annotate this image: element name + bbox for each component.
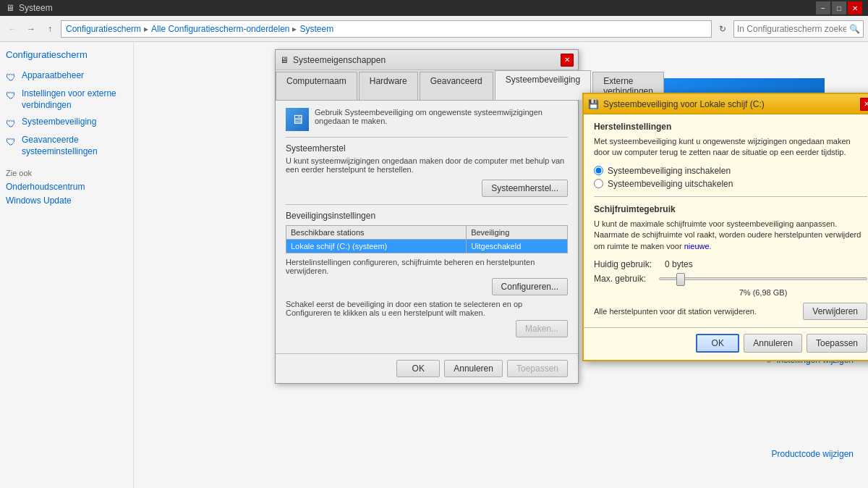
sysprop-close-button[interactable]: ✕: [561, 54, 574, 67]
sysprop-annuleren-button[interactable]: Annuleren: [444, 360, 503, 377]
radio-disable: Systeembeveiliging uitschakelen: [594, 179, 867, 189]
sysprop-content: 🖥 Gebruik Systeembeveiliging om ongewens…: [276, 101, 578, 349]
delete-button[interactable]: Verwijderen: [803, 303, 867, 320]
radio-disable-input[interactable]: [594, 179, 603, 188]
herstel-title: Herstelinstellingen: [594, 122, 867, 132]
sysprop-ok-button[interactable]: OK: [396, 360, 440, 377]
sidebar-label-beveiliging: Systeembeveiliging: [22, 117, 96, 128]
disk-desc: U kunt de maximale schijfruimte voor sys…: [594, 219, 867, 252]
huidig-label: Huidig gebruik:: [594, 259, 659, 269]
tab-beveiliging[interactable]: Systeembeveiliging: [495, 70, 591, 100]
col-station: Beschikbare stations: [286, 226, 467, 240]
sidebar-home-link[interactable]: Configuratiescherm: [6, 49, 127, 60]
sysprotect-content: Herstelinstellingen Met systeembeveiligi…: [584, 114, 868, 327]
breadcrumb-system[interactable]: Systeem: [299, 24, 333, 34]
sidebar-item-geavanceerd[interactable]: 🛡 Geavanceerde systeeminstellingen: [6, 135, 127, 157]
sysherstel-button[interactable]: Systeemherstel...: [482, 180, 568, 197]
sysherstel-desc: U kunt systeemwijzigingen ongedaan maken…: [286, 156, 568, 174]
sysprotect-close-button[interactable]: ✕: [860, 98, 868, 111]
shield-icon-externe: 🛡: [6, 89, 17, 101]
slider-track: [659, 277, 867, 280]
window-title: Systeem: [19, 3, 53, 13]
sysherstel-section: Systeemherstel U kunt systeemwijzigingen…: [286, 137, 568, 197]
address-bar: ← → ↑ Configuratiescherm ▸ Alle Configur…: [0, 16, 868, 42]
refresh-button[interactable]: ↻: [715, 21, 731, 37]
sys-desc-icon: 🖥: [286, 108, 309, 131]
sysprop-toepassen-button[interactable]: Toepassen: [507, 360, 568, 377]
bev-section: Beveiligingsinstellingen Beschikbare sta…: [286, 204, 568, 337]
bev-desc: Herstelinstellingen configureren, schijf…: [286, 258, 568, 295]
sysprotect-footer: OK Annuleren Toepassen: [584, 327, 868, 360]
sysprotect-title: 💾 Systeembeveiliging voor Lokale schijf …: [588, 99, 765, 109]
sidebar-label-apparaatbeheer: Apparaatbeheer: [22, 70, 84, 82]
up-button[interactable]: ↑: [42, 21, 58, 37]
sysprotect-toepassen-button[interactable]: Toepassen: [807, 334, 867, 353]
sysprop-title-bar: 🖥 Systeemeigenschappen ✕: [276, 50, 578, 70]
sysherstel-label: Systeemherstel: [286, 143, 568, 153]
tab-geavanceerd[interactable]: Geavanceerd: [420, 72, 493, 100]
search-icon: 🔍: [849, 24, 860, 34]
see-also-title: Zie ook: [6, 169, 127, 177]
sysprotect-dialog: 💾 Systeembeveiliging voor Lokale schijf …: [582, 93, 868, 361]
maken-desc: Schakel eerst de beveiliging in door een…: [286, 300, 568, 337]
back-button[interactable]: ←: [4, 21, 20, 37]
radio-enable: Systeembeveiliging inschakelen: [594, 166, 867, 176]
disk-section: Schijfruimtegebruik U kunt de maximale s…: [594, 196, 867, 320]
breadcrumb-all[interactable]: Alle Configuratiescherm-onderdelen: [151, 24, 289, 34]
forward-button[interactable]: →: [23, 21, 39, 37]
configureren-button[interactable]: Configureren...: [492, 278, 568, 295]
sidebar-item-externe[interactable]: 🛡 Instellingen voor externe verbindingen: [6, 88, 127, 111]
sidebar-item-beveiliging[interactable]: 🛡 Systeembeveiliging: [6, 117, 127, 129]
minimize-button[interactable]: −: [816, 1, 830, 14]
slider-thumb[interactable]: [676, 273, 685, 286]
sidebar-label-externe: Instellingen voor externe verbindingen: [22, 88, 127, 111]
slider-container: Max. gebruik:: [594, 274, 867, 284]
sysprotect-ok-button[interactable]: OK: [696, 334, 739, 353]
sysprotect-title-bar: 💾 Systeembeveiliging voor Lokale schijf …: [584, 94, 868, 114]
slider-percent: 7% (6,98 GB): [659, 288, 867, 297]
title-bar: 🖥 Systeem − □ ✕: [0, 0, 868, 16]
sysprop-footer: OK Annuleren Toepassen: [276, 353, 578, 383]
maximize-button[interactable]: □: [832, 1, 846, 14]
sysprop-tabs: Computernaam Hardware Geavanceerd Systee…: [276, 70, 578, 101]
stations-table: Beschikbare stations Beveiliging Lokale …: [286, 225, 568, 253]
main-layout: Configuratiescherm 🛡 Apparaatbeheer 🛡 In…: [0, 42, 868, 488]
shield-icon-apparaatbeheer: 🛡: [6, 71, 17, 83]
breadcrumb-home[interactable]: Configuratiescherm: [66, 24, 141, 34]
huidig-gebruik-row: Huidig gebruik: 0 bytes: [594, 259, 867, 269]
sidebar: Configuratiescherm 🛡 Apparaatbeheer 🛡 In…: [0, 42, 134, 488]
station-name: Lokale schijf (C:) (systeem): [286, 240, 467, 253]
max-label: Max. gebruik:: [594, 274, 659, 284]
sidebar-link-windows-update[interactable]: Windows Update: [6, 195, 127, 206]
disk-desc-highlight: nieuwe: [684, 242, 710, 251]
sidebar-item-apparaatbeheer[interactable]: 🛡 Apparaatbeheer: [6, 70, 127, 83]
shield-icon-beveiliging: 🛡: [6, 117, 17, 129]
productcode-link[interactable]: Productcode wijzigen: [772, 449, 854, 459]
content-area: ows 8 ? 🛡 Instellingen wijzigen Productc…: [134, 42, 868, 488]
radio-enable-input[interactable]: [594, 166, 603, 175]
search-input[interactable]: [737, 24, 846, 34]
sidebar-link-onderhoud[interactable]: Onderhoudscentrum: [6, 182, 127, 192]
station-status: Uitgeschakeld: [467, 240, 568, 253]
maken-button[interactable]: Maken...: [516, 320, 568, 337]
huidig-value: 0 bytes: [665, 259, 693, 269]
radio-enable-label: Systeembeveiliging inschakelen: [608, 166, 731, 176]
close-button[interactable]: ✕: [848, 1, 862, 14]
sysprop-desc-text: Gebruik Systeembeveiliging om ongewenste…: [315, 108, 568, 125]
search-bar[interactable]: 🔍: [733, 20, 864, 38]
radio-disable-label: Systeembeveiliging uitschakelen: [608, 179, 733, 189]
sysprotect-annuleren-button[interactable]: Annuleren: [744, 334, 802, 353]
disk-title: Schijfruimtegebruik: [594, 204, 867, 214]
delete-desc: Alle herstelpunten voor dit station verw…: [594, 307, 757, 316]
sysprop-icon: 🖥: [280, 55, 289, 65]
sysprop-dialog: 🖥 Systeemeigenschappen ✕ Computernaam Ha…: [275, 49, 579, 384]
tab-hardware[interactable]: Hardware: [359, 72, 418, 100]
shield-icon-geavanceerd: 🛡: [6, 135, 17, 147]
table-row[interactable]: Lokale schijf (C:) (systeem) Uitgeschake…: [286, 240, 568, 253]
breadcrumb: Configuratiescherm ▸ Alle Configuratiesc…: [61, 20, 712, 38]
col-beveiliging: Beveiliging: [467, 226, 568, 240]
sidebar-label-geavanceerd: Geavanceerde systeeminstellingen: [22, 135, 127, 157]
radio-group: Systeembeveiliging inschakelen Systeembe…: [594, 166, 867, 189]
tab-computernaam[interactable]: Computernaam: [276, 72, 357, 100]
sysprotect-icon: 💾: [588, 99, 599, 109]
